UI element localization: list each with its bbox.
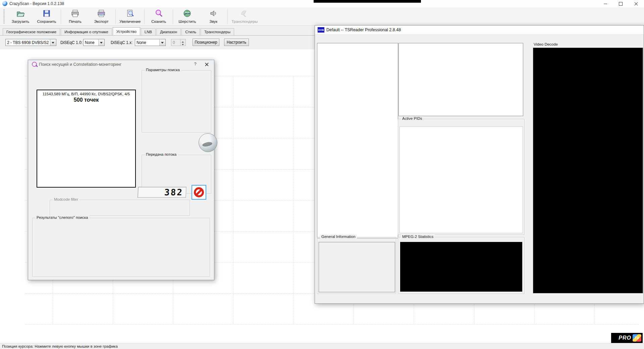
- spinner-buttons[interactable]: [180, 39, 185, 46]
- constellation-points-count: 500 точек: [37, 97, 135, 103]
- dvb-logo-icon: DVB: [318, 27, 324, 33]
- toolbar-button-label: Увеличение: [119, 19, 141, 23]
- diseqc10-select[interactable]: None: [83, 39, 105, 46]
- save-floppy-icon: [42, 9, 51, 19]
- chevron-down-icon: [159, 39, 165, 46]
- modcode-legend: Modcode filter: [53, 197, 79, 201]
- tab-2[interactable]: Информация о спутнике: [61, 28, 112, 35]
- satellite-icon: [240, 9, 249, 19]
- results-group: Результаты "слепого" поиска: [32, 218, 210, 277]
- protv-tv-icon: TV: [633, 334, 641, 342]
- tab-7[interactable]: Транспондеры: [201, 28, 234, 35]
- chevron-down-icon: [50, 39, 56, 46]
- diseqc10-select-value: None: [85, 40, 98, 45]
- app-globe-icon: [2, 1, 7, 6]
- protv-pro-text: PRO: [619, 335, 631, 341]
- diseqc1x-select-value: None: [137, 40, 159, 45]
- mpeg2-stats-box: [400, 242, 522, 292]
- pid-tree[interactable]: [317, 43, 398, 238]
- toolbar-button-8[interactable]: Звук: [200, 8, 226, 24]
- program-info-panel: [398, 43, 523, 116]
- mpeg2-stats-legend: MPEG-2 Statistics: [401, 235, 435, 239]
- positioner-button[interactable]: Позиционер: [193, 39, 219, 46]
- globe-scan-icon: [183, 9, 192, 19]
- active-pids-legend: Active PIDs: [401, 116, 423, 120]
- toolbar-button-5[interactable]: Увеличение: [117, 8, 143, 24]
- toolbar-button-3[interactable]: Печать: [62, 8, 88, 24]
- constellation-header: 11543,589 МГц, В/П, 44990 Кс, DVBS2/QPSK…: [37, 92, 135, 96]
- tab-3[interactable]: Устройство: [113, 27, 140, 35]
- constellation-panel: 11543,589 МГц, В/П, 44990 Кс, DVBS2/QPSK…: [37, 90, 136, 188]
- video-decode-label: Video Decode: [534, 42, 558, 46]
- tuner-select[interactable]: 2 - TBS 6908 DVBS/S2 Tuner 0: [5, 39, 56, 46]
- search-params-legend: Параметры поиска: [145, 68, 181, 72]
- video-decode-screen: [533, 48, 643, 293]
- toolbar-button-4[interactable]: Экспорт: [88, 8, 114, 24]
- toolbar-button-label: Загрузить: [12, 19, 30, 23]
- seven-segment-counter: 382: [138, 187, 186, 198]
- configure-button[interactable]: Настроить: [224, 39, 249, 46]
- toolbar-button-label: Сканить: [151, 19, 166, 23]
- toolbar-button-7[interactable]: Шерстить: [174, 8, 200, 24]
- general-info-legend: General Information: [320, 235, 357, 239]
- constellation-scatter: [38, 106, 134, 186]
- general-info-group: General Information: [317, 237, 396, 294]
- stream-legend: Передача потока: [145, 152, 178, 156]
- stop-button[interactable]: [192, 185, 206, 200]
- dialog-help-button[interactable]: ?: [192, 61, 199, 67]
- active-pids-group: Active PIDs: [398, 119, 525, 235]
- toolbar-separator: [173, 9, 173, 24]
- minimize-button[interactable]: [598, 0, 613, 7]
- diseqc1x-select[interactable]: None: [135, 39, 166, 46]
- toolbar-button-label: Экспорт: [94, 19, 108, 23]
- tsreader-menubar: [315, 34, 644, 42]
- screen: CrazyScan - Версия 1.0.2.138 ЗагрузитьСо…: [0, 0, 644, 349]
- tuner-select-value: 2 - TBS 6908 DVBS/S2 Tuner 0: [7, 40, 50, 45]
- magnifier-icon: [32, 62, 37, 67]
- dialog-close-button[interactable]: [203, 61, 211, 67]
- open-folder-icon: [16, 9, 25, 19]
- toolbar-button-6[interactable]: Сканить: [146, 8, 172, 24]
- maximize-button[interactable]: [613, 0, 628, 7]
- top-black-strip: [314, 0, 421, 3]
- main-tabbar: Географическое положениеИнформация о спу…: [3, 28, 235, 35]
- tab-1[interactable]: Географическое положение: [3, 28, 60, 35]
- general-info-box: [319, 242, 395, 292]
- diseqc1x-label: DiSEqC 1.x:: [111, 39, 132, 46]
- toolbar-button-label: Звук: [210, 19, 218, 23]
- toolbar-grip[interactable]: [3, 9, 5, 23]
- position-spinner[interactable]: 0: [171, 39, 186, 46]
- toolbar-button-9[interactable]: Транспондеры: [229, 8, 260, 24]
- toolbar-button-label: Транспондеры: [231, 19, 258, 23]
- dialog-titlebar[interactable]: Поиск несущей и Constellation-мониторинг…: [28, 60, 214, 69]
- toolbar-button-2[interactable]: Сохранить: [34, 8, 60, 24]
- dialog-title: Поиск несущей и Constellation-мониторинг: [39, 62, 121, 67]
- toolbar-button-label: Шерстить: [178, 19, 196, 23]
- fish-globe-icon: [199, 133, 217, 152]
- toolbar-button-1[interactable]: Загрузить: [7, 8, 34, 24]
- search-params-group: Параметры поиска: [142, 70, 211, 133]
- spin-down-icon: [180, 43, 185, 46]
- tab-4[interactable]: LNB: [141, 28, 156, 35]
- zoom-page-icon: [126, 9, 135, 19]
- status-text: Позиция курсора: Нажмите левую кнопку мы…: [2, 344, 118, 348]
- stop-icon: [194, 187, 204, 197]
- toolbar-separator: [115, 9, 116, 24]
- position-spinner-value: 0: [173, 40, 180, 45]
- diseqc10-label: DiSEqC 1.0:: [60, 39, 81, 46]
- tab-6[interactable]: Стиль: [181, 28, 200, 35]
- tsreader-window: DVB Default -- TSReader Professional 2.8…: [315, 25, 644, 304]
- close-button[interactable]: [629, 0, 644, 7]
- results-legend: Результаты "слепого" поиска: [35, 215, 89, 219]
- status-bar: Позиция курсора: Нажмите левую кнопку мы…: [0, 343, 644, 349]
- tsreader-title: Default -- TSReader Professional 2.8.48: [326, 28, 401, 32]
- active-pids-list[interactable]: [399, 127, 523, 233]
- toolbar-separator: [144, 9, 145, 24]
- chevron-down-icon: [98, 39, 104, 46]
- tsreader-titlebar[interactable]: DVB Default -- TSReader Professional 2.8…: [315, 26, 644, 35]
- toolbar-button-label: Печать: [69, 19, 82, 23]
- tab-5[interactable]: Диапазон: [156, 28, 181, 35]
- carrier-search-dialog: Поиск несущей и Constellation-мониторинг…: [28, 60, 214, 280]
- modcode-group: Modcode filter: [50, 200, 190, 216]
- toolbar-button-label: Сохранить: [37, 19, 56, 23]
